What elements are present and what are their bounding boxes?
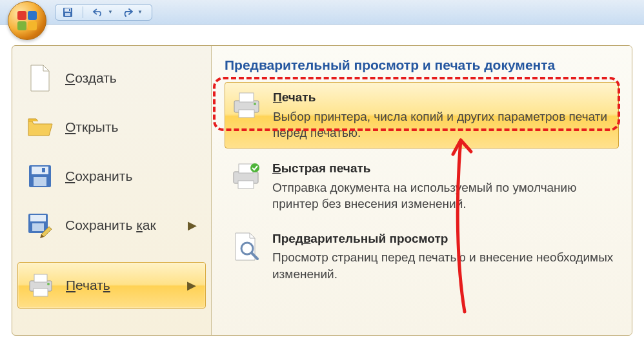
pane-title: Предварительный просмотр и печать докуме…	[225, 57, 619, 73]
svg-rect-2	[65, 13, 70, 16]
menu-print[interactable]: Печать ▶	[17, 262, 206, 309]
option-quick-print[interactable]: Быстрая печать Отправка документа на исп…	[225, 154, 619, 219]
svg-rect-10	[32, 223, 44, 231]
option-print-desc: Выбор принтера, числа копий и других пар…	[273, 108, 613, 141]
printer-check-icon	[230, 160, 262, 192]
printer-icon	[27, 272, 54, 299]
page-magnifier-icon	[230, 230, 262, 263]
printer-icon	[230, 89, 263, 121]
svg-rect-21	[238, 181, 254, 188]
office-menu: Создать Открыть Сохранить Сохранить как …	[12, 45, 632, 336]
save-floppy-icon	[26, 163, 54, 190]
menu-save[interactable]: Сохранить	[17, 153, 206, 199]
svg-rect-13	[34, 289, 48, 296]
open-folder-icon	[26, 114, 54, 141]
menu-new[interactable]: Создать	[17, 55, 206, 101]
office-logo-icon	[17, 11, 37, 30]
svg-rect-3	[69, 9, 70, 11]
print-submenu-pane: Предварительный просмотр и печать докуме…	[211, 46, 632, 335]
option-print-preview[interactable]: Предварительный просмотр Просмотр страни…	[225, 224, 619, 289]
quick-access-toolbar: ▼ ▼	[0, 0, 644, 25]
option-print-preview-title: Предварительный просмотр	[272, 230, 614, 247]
menu-separator	[24, 255, 199, 256]
svg-rect-17	[239, 110, 254, 117]
svg-point-14	[47, 283, 50, 285]
menu-save-as[interactable]: Сохранить как ▶	[17, 202, 206, 249]
chevron-right-icon: ▶	[188, 218, 197, 232]
svg-rect-9	[30, 215, 46, 221]
chevron-right-icon: ▶	[187, 278, 196, 292]
svg-rect-16	[239, 93, 254, 102]
menu-open-label: Открыть	[65, 119, 118, 135]
save-as-icon	[26, 212, 54, 239]
svg-rect-12	[34, 274, 47, 282]
save-icon[interactable]	[62, 6, 74, 18]
qat-separator	[83, 6, 83, 18]
option-quick-print-desc: Отправка документа на используемый по ум…	[272, 179, 614, 212]
svg-rect-6	[34, 177, 46, 186]
option-quick-print-title: Быстрая печать	[272, 160, 614, 177]
option-print-preview-desc: Просмотр страниц перед печатью и внесени…	[272, 249, 614, 282]
option-print-title: Печать	[273, 89, 613, 106]
office-button[interactable]	[8, 1, 46, 40]
qat-customize-icon[interactable]: ▼	[137, 9, 143, 15]
annotation-arrow	[438, 123, 489, 320]
redo-icon[interactable]	[122, 6, 134, 18]
option-print[interactable]: Печать Выбор принтера, числа копий и дру…	[225, 82, 619, 148]
svg-rect-5	[32, 167, 48, 174]
menu-open[interactable]: Открыть	[17, 104, 206, 150]
undo-dropdown-icon[interactable]: ▼	[108, 9, 113, 15]
svg-rect-7	[42, 168, 45, 172]
menu-save-as-label: Сохранить как	[65, 218, 156, 233]
qat-frame: ▼ ▼	[55, 4, 152, 21]
svg-point-22	[250, 163, 259, 172]
menu-new-label: Создать	[65, 70, 117, 86]
menu-save-label: Сохранить	[65, 168, 132, 184]
new-document-icon	[26, 65, 54, 92]
office-menu-left: Создать Открыть Сохранить Сохранить как …	[12, 46, 211, 335]
undo-icon[interactable]	[92, 6, 104, 18]
menu-print-label: Печать	[66, 278, 110, 293]
svg-point-18	[254, 103, 256, 105]
